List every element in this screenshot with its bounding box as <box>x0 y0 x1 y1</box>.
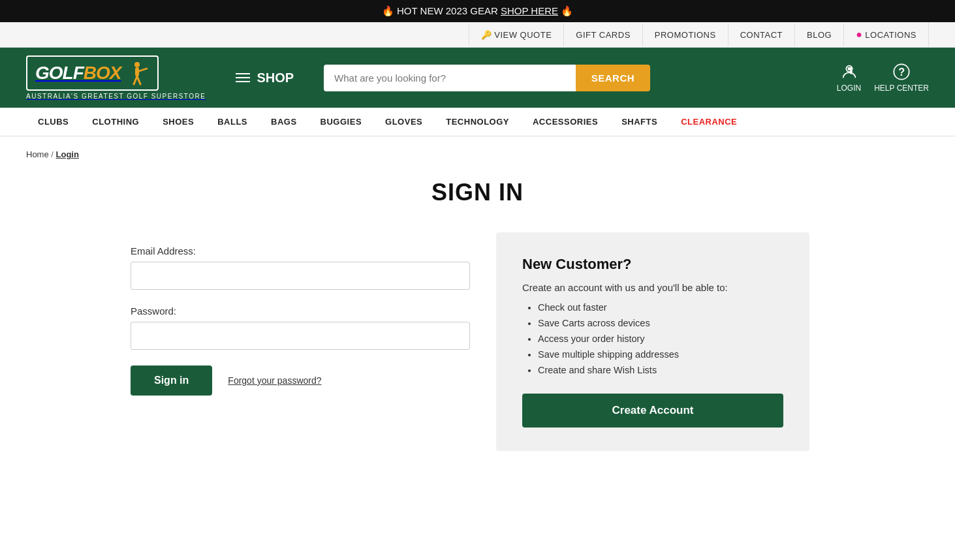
announcement-bar: 🔥 HOT NEW 2023 GEAR SHOP HERE 🔥 <box>0 0 955 22</box>
svg-line-4 <box>139 69 147 71</box>
help-center-button[interactable]: ? HELP CENTER <box>874 63 929 93</box>
form-actions: Sign in Forgot your password? <box>131 366 470 396</box>
search-input[interactable] <box>324 65 576 91</box>
create-account-button[interactable]: Create Account <box>522 394 783 428</box>
main-nav: CLUBS CLOTHING SHOES BALLS BAGS BUGGIES … <box>0 108 955 136</box>
email-group: Email Address: <box>131 245 470 290</box>
shop-menu-button[interactable]: SHOP <box>225 65 304 91</box>
secondary-nav: 🔑 VIEW QUOTE GIFT CARDS PROMOTIONS CONTA… <box>0 22 955 48</box>
page-title: SIGN IN <box>0 179 955 206</box>
nav-gloves[interactable]: GLOVES <box>373 108 434 136</box>
signin-form: Email Address: Password: Sign in Forgot … <box>131 232 470 451</box>
email-label: Email Address: <box>131 245 470 257</box>
password-group: Password: <box>131 305 470 350</box>
nav-clearance[interactable]: CLEARANCE <box>669 108 749 136</box>
logo-text: GOLFBOX <box>35 63 121 84</box>
benefit-3: Access your order history <box>538 334 783 344</box>
locations-link[interactable]: ● LOCATIONS <box>844 22 929 47</box>
login-icon <box>840 63 858 81</box>
hamburger-icon <box>236 73 250 82</box>
nav-balls[interactable]: BALLS <box>206 108 259 136</box>
help-center-label: HELP CENTER <box>874 84 929 93</box>
nav-bags[interactable]: BAGS <box>259 108 309 136</box>
breadcrumb-home[interactable]: Home <box>26 149 49 159</box>
new-customer-benefits-list: Check out faster Save Carts across devic… <box>522 302 783 375</box>
content-area: Email Address: Password: Sign in Forgot … <box>0 232 955 490</box>
nav-shoes[interactable]: SHOES <box>151 108 206 136</box>
search-button[interactable]: SEARCH <box>576 65 650 91</box>
nav-shafts[interactable]: SHAFTS <box>610 108 669 136</box>
help-icon: ? <box>892 63 911 81</box>
svg-text:?: ? <box>898 66 905 78</box>
search-area: SEARCH <box>324 65 650 91</box>
logo-box: GOLFBOX <box>26 55 159 91</box>
nav-buggies[interactable]: BUGGIES <box>309 108 373 136</box>
svg-rect-1 <box>135 67 139 76</box>
nav-clubs[interactable]: CLUBS <box>26 108 80 136</box>
forgot-password-link[interactable]: Forgot your password? <box>228 375 321 386</box>
breadcrumb: Home / Login <box>0 136 955 172</box>
nav-clothing[interactable]: CLOTHING <box>80 108 151 136</box>
nav-technology[interactable]: TECHNOLOGY <box>434 108 521 136</box>
svg-point-0 <box>134 62 140 67</box>
announcement-text: HOT NEW 2023 GEAR <box>397 5 501 16</box>
main-header: GOLFBOX AUSTRALIA'S GREATEST GOLF SUPERS… <box>0 48 955 108</box>
email-input[interactable] <box>131 262 470 290</box>
svg-rect-7 <box>850 70 853 74</box>
key-icon: 🔑 <box>481 30 492 40</box>
login-label: LOGIN <box>837 84 861 93</box>
logo-tagline: AUSTRALIA'S GREATEST GOLF SUPERSTORE <box>26 93 206 100</box>
breadcrumb-current: Login <box>56 149 79 159</box>
benefit-1: Check out faster <box>538 302 783 313</box>
logo-link[interactable]: GOLFBOX AUSTRALIA'S GREATEST GOLF SUPERS… <box>26 55 206 100</box>
promotions-link[interactable]: PROMOTIONS <box>643 23 728 46</box>
fire-left-icon: 🔥 <box>382 5 394 16</box>
login-button[interactable]: LOGIN <box>837 63 861 93</box>
password-label: Password: <box>131 305 470 317</box>
benefit-4: Save multiple shipping addresses <box>538 349 783 360</box>
benefit-2: Save Carts across devices <box>538 318 783 328</box>
svg-rect-6 <box>847 67 852 70</box>
header-actions: LOGIN ? HELP CENTER <box>837 63 929 93</box>
new-customer-title: New Customer? <box>522 256 783 273</box>
signin-button[interactable]: Sign in <box>131 366 212 396</box>
fire-right-icon: 🔥 <box>561 5 573 16</box>
new-customer-panel: New Customer? Create an account with us … <box>496 232 809 451</box>
golfer-icon <box>125 61 149 86</box>
contact-link[interactable]: CONTACT <box>728 23 795 46</box>
svg-line-3 <box>137 76 140 84</box>
shop-here-link[interactable]: SHOP HERE <box>501 5 558 16</box>
new-customer-subtitle: Create an account with us and you'll be … <box>522 282 783 293</box>
location-dot-icon: ● <box>856 29 862 40</box>
view-quote-link[interactable]: 🔑 VIEW QUOTE <box>469 23 565 46</box>
blog-link[interactable]: BLOG <box>795 23 844 46</box>
breadcrumb-separator: / <box>51 149 55 159</box>
gift-cards-link[interactable]: GIFT CARDS <box>564 23 643 46</box>
password-input[interactable] <box>131 322 470 350</box>
logo-area: GOLFBOX AUSTRALIA'S GREATEST GOLF SUPERS… <box>26 55 206 100</box>
benefit-5: Create and share Wish Lists <box>538 365 783 375</box>
nav-accessories[interactable]: ACCESSORIES <box>521 108 610 136</box>
shop-label: SHOP <box>257 70 294 86</box>
